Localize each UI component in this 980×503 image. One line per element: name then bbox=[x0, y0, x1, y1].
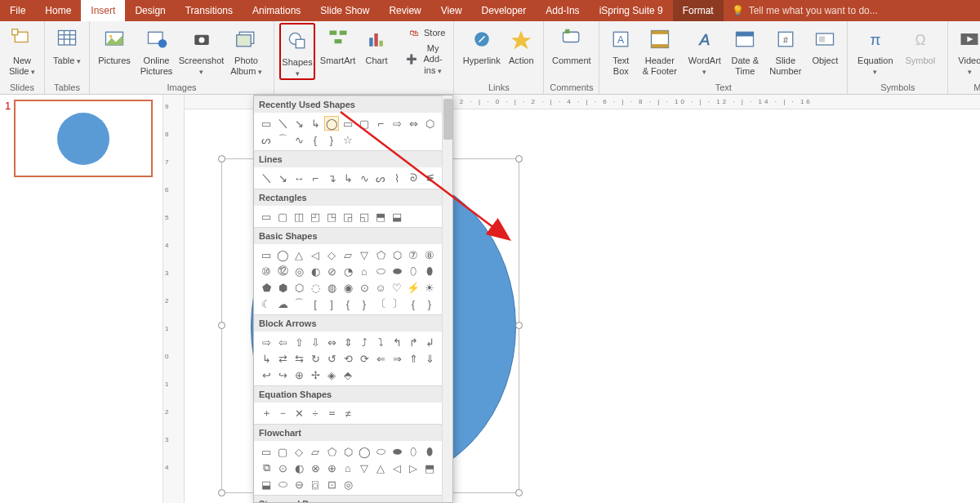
action-button[interactable]: Action bbox=[504, 23, 538, 66]
shape-basic[interactable]: ☺ bbox=[373, 280, 388, 295]
resize-handle[interactable] bbox=[218, 155, 225, 162]
shape-line[interactable]: ᔕ bbox=[373, 171, 388, 185]
shape-flow[interactable]: ▷ bbox=[406, 461, 421, 475]
smartart-button[interactable]: SmartArt bbox=[315, 23, 360, 66]
shape-flow[interactable]: ⬡ bbox=[341, 444, 355, 459]
shape-roundrect[interactable]: ▢ bbox=[357, 116, 372, 131]
shape-arrow[interactable]: ↱ bbox=[406, 335, 421, 349]
shape-eq[interactable]: － bbox=[275, 406, 290, 421]
shape-brace-l[interactable]: { bbox=[308, 132, 323, 147]
shape-basic[interactable]: ☾ bbox=[259, 296, 274, 311]
shape-basic[interactable]: ◇ bbox=[324, 247, 339, 262]
shape-line[interactable]: ∿ bbox=[357, 171, 372, 185]
shape-basic[interactable]: ⑫ bbox=[275, 264, 290, 278]
shape-flow[interactable]: ⬒ bbox=[422, 461, 437, 475]
shape-flow[interactable]: ▱ bbox=[308, 444, 323, 459]
shape-basic[interactable]: ⬠ bbox=[373, 247, 388, 262]
shape-star[interactable]: ☆ bbox=[341, 132, 355, 147]
shape-basic[interactable]: △ bbox=[292, 247, 306, 262]
shape-basic[interactable]: ▽ bbox=[357, 247, 372, 262]
shape-flow[interactable]: ⊖ bbox=[292, 477, 306, 492]
shape-connector[interactable]: ↳ bbox=[308, 116, 323, 131]
shape-flow[interactable]: ⧉ bbox=[259, 461, 274, 475]
shape-basic[interactable]: ◁ bbox=[308, 247, 323, 262]
shape-flow[interactable]: ⬓ bbox=[259, 477, 274, 492]
shape-basic[interactable]: ⬮ bbox=[422, 264, 437, 278]
tab-animations[interactable]: Animations bbox=[243, 0, 310, 21]
shape-arrow[interactable]: ⬘ bbox=[341, 367, 355, 382]
chart-button[interactable]: Chart bbox=[360, 23, 393, 66]
shape-basic[interactable]: ◍ bbox=[324, 280, 339, 295]
scrollbar-thumb[interactable] bbox=[443, 99, 452, 140]
shape-arrow[interactable]: ◈ bbox=[324, 367, 339, 382]
slidenum-button[interactable]: #Slide Number bbox=[763, 23, 808, 77]
shape-eq[interactable]: ≠ bbox=[341, 406, 355, 421]
shape-flow[interactable]: ⬭ bbox=[275, 477, 290, 492]
shape-basic[interactable]: ◯ bbox=[275, 247, 290, 262]
shape-brace-r[interactable]: } bbox=[324, 132, 339, 147]
hyperlink-button[interactable]: Hyperlink bbox=[459, 23, 504, 66]
tab-view[interactable]: View bbox=[431, 0, 472, 21]
shape-basic[interactable]: ⬬ bbox=[390, 264, 404, 278]
shape-flow[interactable]: ⬠ bbox=[324, 444, 339, 459]
pictures-button[interactable]: Pictures bbox=[95, 23, 134, 66]
wordart-button[interactable]: AWordArt bbox=[682, 23, 727, 77]
resize-handle[interactable] bbox=[218, 489, 225, 496]
resize-handle[interactable] bbox=[218, 322, 225, 329]
shape-basic[interactable]: ⑩ bbox=[259, 264, 274, 278]
shape-flow[interactable]: ⌂ bbox=[341, 461, 355, 475]
shape-arrow-lr[interactable]: ⇔ bbox=[406, 116, 421, 131]
tab-insert[interactable]: Insert bbox=[81, 0, 125, 21]
shape-arrow[interactable]: ⇆ bbox=[292, 351, 306, 366]
tab-ispring[interactable]: iSpring Suite 9 bbox=[590, 0, 673, 21]
object-button[interactable]: Object bbox=[808, 23, 842, 66]
shape-eq[interactable]: ÷ bbox=[308, 406, 323, 421]
my-addins-button[interactable]: ➕My Add-ins bbox=[403, 42, 448, 78]
shape-arrow[interactable]: ⇄ bbox=[275, 351, 290, 366]
resize-handle[interactable] bbox=[515, 322, 523, 329]
shape-arrow[interactable]: ⇐ bbox=[373, 351, 388, 366]
shape-flow[interactable]: △ bbox=[373, 461, 388, 475]
tab-addins[interactable]: Add-Ins bbox=[536, 0, 589, 21]
shape-basic[interactable]: ] bbox=[324, 296, 339, 311]
shape-flow[interactable]: ◎ bbox=[341, 477, 355, 492]
shape-basic[interactable]: ◉ bbox=[341, 280, 355, 295]
shape-line[interactable]: ＼ bbox=[275, 116, 290, 131]
shape-flow[interactable]: ▽ bbox=[357, 461, 372, 475]
table-button[interactable]: Table bbox=[50, 23, 84, 66]
shape-arrow[interactable]: ↻ bbox=[308, 351, 323, 366]
shape-rect[interactable]: ◫ bbox=[292, 209, 306, 224]
comment-button[interactable]: Comment bbox=[549, 23, 594, 66]
shape-arrow[interactable]: ⤴ bbox=[357, 335, 372, 349]
tab-transitions[interactable]: Transitions bbox=[176, 0, 243, 21]
shapes-gallery[interactable]: Recently Used Shapes ▭＼↘↳◯▭▢⌐⇨⇔⬡ ᔕ⌒∿{}☆ … bbox=[253, 95, 453, 503]
shape-arrow[interactable]: ↺ bbox=[324, 351, 339, 366]
tell-me[interactable]: 💡 Tell me what you want to do... bbox=[724, 5, 980, 16]
shape-rect[interactable]: ▭ bbox=[341, 116, 355, 131]
shape-basic[interactable]: ▭ bbox=[259, 247, 274, 262]
screenshot-button[interactable]: Screenshot bbox=[179, 23, 224, 77]
shape-rect[interactable]: ▢ bbox=[275, 209, 290, 224]
shape-basic[interactable]: { bbox=[406, 296, 421, 311]
shape-line[interactable]: ↔ bbox=[292, 171, 306, 185]
headerfooter-button[interactable]: Header & Footer bbox=[637, 23, 682, 77]
shape-arrow[interactable]: ⊕ bbox=[292, 367, 306, 382]
shape-basic[interactable]: 〔 bbox=[373, 296, 388, 311]
shape-oval[interactable]: ◯ bbox=[324, 116, 339, 131]
shape-line-arrow[interactable]: ↘ bbox=[292, 116, 306, 131]
shape-basic[interactable]: ⌂ bbox=[357, 264, 372, 278]
store-button[interactable]: 🛍Store bbox=[403, 26, 448, 40]
shape-rect[interactable]: ▭ bbox=[259, 209, 274, 224]
tab-review[interactable]: Review bbox=[379, 0, 430, 21]
shape-arrow[interactable]: ⇓ bbox=[422, 351, 437, 366]
shape-rect[interactable]: ◱ bbox=[357, 209, 372, 224]
shape-flow[interactable]: ⌼ bbox=[308, 477, 323, 492]
shape-basic[interactable]: ⚡ bbox=[406, 280, 421, 295]
shape-line[interactable]: ↴ bbox=[324, 171, 339, 185]
shape-basic[interactable]: { bbox=[341, 296, 355, 311]
shape-basic[interactable]: 〕 bbox=[390, 296, 404, 311]
shape-flow[interactable]: ⬬ bbox=[390, 444, 404, 459]
shape-arrow[interactable]: ⇦ bbox=[275, 335, 290, 349]
shape-flow[interactable]: ⊗ bbox=[308, 461, 323, 475]
tab-slideshow[interactable]: Slide Show bbox=[310, 0, 379, 21]
